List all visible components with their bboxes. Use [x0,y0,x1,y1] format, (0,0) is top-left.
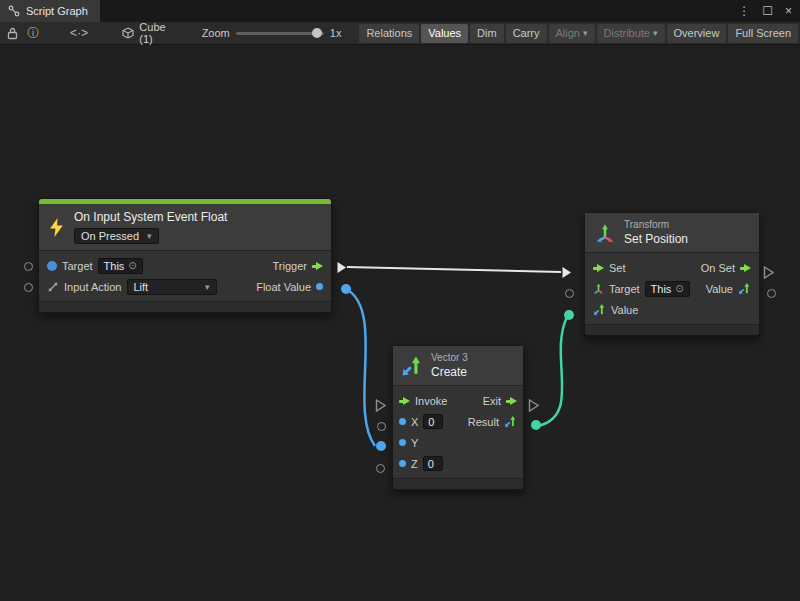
flow-arrow-icon [593,263,604,273]
node-on-input-system-event-float[interactable]: On Input System Event Float On Pressed ▾… [38,198,332,313]
port-transform-target-input[interactable] [565,289,574,298]
event-mode-value: On Pressed [81,230,139,242]
distribute-button[interactable]: Distribute ▾ [597,24,665,43]
float-type-icon [399,418,406,425]
input-action-icon [47,281,59,293]
port-transform-set-input[interactable] [561,266,572,281]
zoom-control: Zoom 1x [202,27,342,39]
info-icon[interactable]: ⓘ [27,24,40,42]
chevron-down-icon: ▾ [583,24,588,43]
node-title: Set Position [624,232,688,246]
port-event-target-input[interactable] [24,262,33,271]
distribute-label: Distribute [604,24,650,43]
port-transform-value-output[interactable] [767,289,776,298]
values-button[interactable]: Values [421,24,468,43]
transform-type-icon [593,283,604,294]
node-title: Create [431,365,467,379]
target-value-field[interactable]: This ⊙ [645,281,690,297]
graph-target-breadcrumb[interactable]: Cube (1) [122,21,165,45]
target-label: Target [609,283,640,295]
chevron-down-icon: ▾ [147,231,152,241]
align-button[interactable]: Align ▾ [549,24,595,43]
node-vector3-create[interactable]: Vector 3 Create Invoke Exit X 0 Result [392,345,524,490]
value-in-label: Value [611,304,638,316]
visual-scripting-window: Script Graph ⋮ ☐ × ⓘ <·> Cube (1) Zoom 1… [0,0,800,601]
transform-node-body: Set On Set Target This ⊙ Value [585,253,759,324]
transform-icon [595,223,615,243]
port-event-floatvalue-output[interactable] [341,284,351,294]
close-icon[interactable]: × [785,4,792,18]
overview-button[interactable]: Overview [667,24,727,43]
flow-arrow-icon [312,261,323,271]
port-transform-onset-output[interactable] [763,266,774,281]
node-title: On Input System Event Float [74,210,227,224]
port-vector3-result-output[interactable] [531,420,541,430]
y-label: Y [411,437,418,449]
port-vector3-exit-output[interactable] [528,399,539,414]
window-controls: ⋮ ☐ × [738,0,800,22]
zoom-slider-handle[interactable] [312,28,322,38]
invoke-label: Invoke [415,395,447,407]
graph-toolbar: ⓘ <·> Cube (1) Zoom 1x Relations Values … [0,22,800,45]
z-input[interactable]: 0 [423,456,443,471]
z-row: Z 0 [393,453,523,474]
event-target-row: Target This ⊙ Trigger [39,255,331,276]
window-menu-icon[interactable]: ⋮ [738,4,750,18]
zoom-slider[interactable] [236,32,324,35]
full-screen-button[interactable]: Full Screen [728,24,798,43]
target-value-field[interactable]: This ⊙ [98,258,143,274]
port-vector3-z-input[interactable] [376,464,385,473]
lock-icon[interactable] [6,24,19,42]
chevron-down-icon: ▾ [653,24,658,43]
port-vector3-y-input[interactable] [376,441,386,451]
port-vector3-invoke-input[interactable] [375,399,386,414]
relations-button[interactable]: Relations [359,24,419,43]
y-row: Y [393,432,523,453]
event-input-action-row: Input Action Lift ▾ Float Value [39,276,331,297]
on-set-label: On Set [701,262,735,274]
value-out-label: Value [706,283,733,295]
insert-node-icon[interactable]: <·> [70,24,89,42]
input-action-value: Lift [134,281,149,293]
exit-label: Exit [483,395,501,407]
self-target-icon: ⊙ [675,283,683,294]
event-mode-dropdown[interactable]: On Pressed ▾ [74,228,159,244]
x-input[interactable]: 0 [423,414,443,429]
target-value-row: Target This ⊙ Value [585,278,759,299]
flow-arrow-icon [506,396,517,406]
carry-button[interactable]: Carry [506,24,547,43]
trigger-label: Trigger [273,260,307,272]
port-vector3-x-input[interactable] [377,422,386,431]
tab-bar: Script Graph ⋮ ☐ × [0,0,800,22]
dim-button[interactable]: Dim [470,24,504,43]
invoke-exit-row: Invoke Exit [393,390,523,411]
float-value-label: Float Value [256,281,311,293]
input-action-dropdown[interactable]: Lift ▾ [127,279,217,295]
node-footer [39,301,331,312]
toolbar-buttons: Relations Values Dim Carry Align ▾ Distr… [359,24,798,43]
tab-script-graph[interactable]: Script Graph [0,0,100,22]
vector3-type-icon [738,282,751,295]
lightning-bolt-icon [49,218,64,237]
x-label: X [411,416,418,428]
x-result-row: X 0 Result [393,411,523,432]
set-onset-row: Set On Set [585,257,759,278]
node-type-label: Vector 3 [431,352,468,363]
port-event-action-input[interactable] [24,283,33,292]
align-label: Align [556,24,580,43]
vector3-node-body: Invoke Exit X 0 Result Y Z [393,386,523,478]
maximize-icon[interactable]: ☐ [762,4,773,18]
flow-arrow-icon [399,396,410,406]
graph-target-label: Cube (1) [139,21,165,45]
port-event-trigger-output[interactable] [336,261,347,276]
self-target-icon: ⊙ [128,260,136,271]
tab-label: Script Graph [26,5,88,17]
vector3-type-icon [504,415,517,428]
set-label: Set [609,262,626,274]
input-action-label: Input Action [64,281,122,293]
zoom-value: 1x [330,27,342,39]
transform-node-header: Transform Set Position [585,213,759,253]
port-transform-value-input[interactable] [564,310,574,320]
node-transform-set-position[interactable]: Transform Set Position Set On Set Target… [584,212,760,336]
vector3-icon [401,355,423,377]
